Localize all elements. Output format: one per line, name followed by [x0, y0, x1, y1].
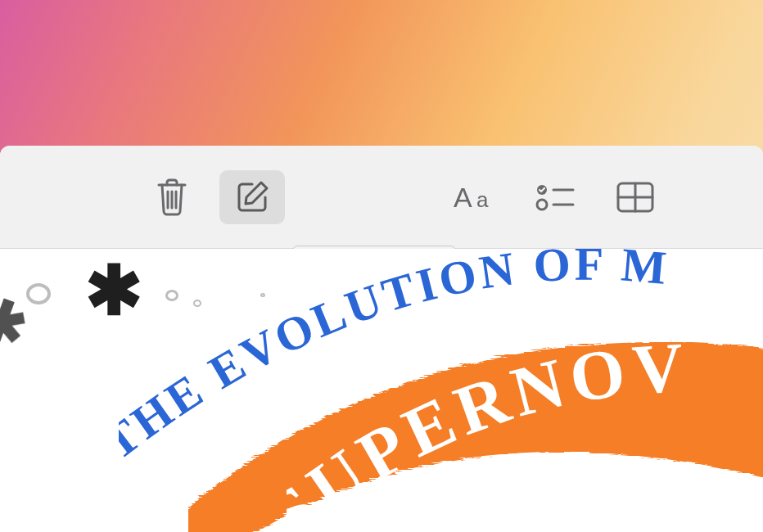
svg-text:A: A: [454, 182, 472, 213]
arc-heading-text: THE EVOLUTION OF M: [119, 249, 672, 470]
format-button[interactable]: A a: [442, 170, 508, 224]
svg-text:a: a: [476, 187, 489, 212]
delete-button[interactable]: [139, 170, 205, 224]
app-window: A a: [0, 146, 763, 532]
doodle-circle: [165, 290, 178, 301]
toolbar: A a: [0, 146, 763, 249]
swoosh-heading: SUPERNOV: [287, 306, 763, 532]
doodle-dot: [260, 293, 265, 297]
checklist-button[interactable]: [522, 170, 588, 224]
svg-text:SUPERNOV: SUPERNOV: [287, 327, 691, 532]
svg-point-7: [537, 200, 547, 210]
doodle-star: ✱: [85, 257, 142, 326]
doodle-circle: [26, 283, 51, 304]
table-icon: [616, 182, 654, 213]
format-icon: A a: [452, 181, 498, 214]
arc-heading: THE EVOLUTION OF M: [119, 249, 763, 532]
doodle-circle: [193, 300, 201, 307]
compose-icon: [234, 179, 270, 215]
brush-swoosh: [188, 280, 763, 532]
desktop-wallpaper: A a: [0, 0, 763, 532]
swoosh-heading-text: SUPERNOV: [287, 327, 691, 532]
trash-icon: [156, 178, 188, 216]
note-body[interactable]: ✱ ✱ THE EVOLUTION OF M: [0, 249, 763, 532]
table-button[interactable]: [603, 170, 668, 224]
compose-button[interactable]: [219, 170, 285, 224]
svg-text:THE EVOLUTION OF M: THE EVOLUTION OF M: [119, 249, 672, 470]
checklist-icon: [535, 183, 575, 211]
